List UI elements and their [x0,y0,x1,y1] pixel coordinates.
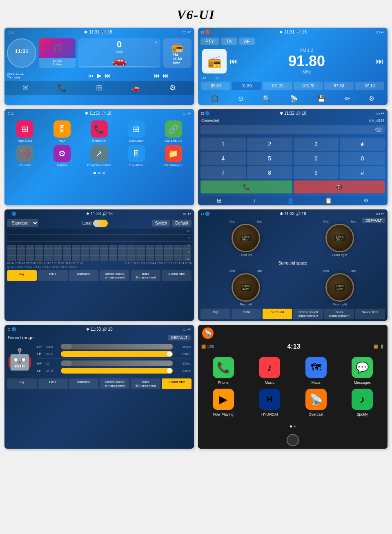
dial-5[interactable]: 5 [247,152,292,165]
music-phone-icon[interactable]: ♪ [253,197,256,204]
cp-messages-app[interactable]: 💬 Messages [341,357,384,385]
save-icon[interactable]: 💾 [317,95,325,102]
preset-5[interactable]: 87.80 [324,82,353,90]
cp-music-app[interactable]: ♪ Music [249,357,291,385]
music-widget[interactable]: 🎵 Songs Author [39,38,76,68]
signal-icon[interactable]: 📡 [290,95,298,102]
edit-icon[interactable]: ✏ [345,95,350,102]
knob-rear-left[interactable]: 1.0ms32cm [232,273,260,302]
preset-3[interactable]: 101.20 [263,82,292,90]
end-call-button[interactable]: 📵 [294,180,385,194]
dial-8[interactable]: 8 [247,166,292,179]
eq-tab-stereo[interactable]: Stereo sound enhancement [100,270,129,281]
settings-nav-icon[interactable]: ⚙ [169,83,176,92]
dial-star[interactable]: ★ [340,138,385,151]
toggle-icon[interactable]: ⊙ [238,95,243,102]
default-button[interactable]: Default [172,220,192,227]
eq-tab-field[interactable]: Field [38,270,68,281]
headphone-icon[interactable]: 🎧 [211,95,219,102]
call-button[interactable]: 📞 [200,180,292,194]
eq-bar-7[interactable] [63,245,71,261]
surround-tab-bass[interactable]: Bass Enhancement [324,309,354,319]
radio-widget[interactable]: 📻 FM91.80MHz [163,38,192,68]
eq-bar-1[interactable] [7,245,16,261]
eq-bar-3[interactable] [26,245,34,261]
eq-bar-8[interactable] [72,245,80,261]
sound-default-button[interactable]: DEFAULT [168,335,191,340]
history-icon[interactable]: 📋 [325,197,332,204]
eq-bar-9[interactable] [81,245,90,261]
surround-tab-field[interactable]: Field [232,309,261,319]
dial-1[interactable]: 1 [200,138,246,151]
cp-overcast-app[interactable]: 📡 Overcast [295,389,337,416]
surround-tab-eq[interactable]: EQ [200,309,230,319]
cp-maps-app[interactable]: 🗺 Maps [295,357,337,385]
eq-bar-19[interactable] [174,245,182,261]
surround-tab-stereo[interactable]: Stereo sound enhancement [293,309,323,319]
app-appstore[interactable]: ⊞ App Store [8,120,42,142]
carplay-home-button[interactable] [287,434,299,446]
sr-tab-field[interactable]: Field [38,378,68,389]
ta-button[interactable]: TA [221,38,236,45]
knob-front-right[interactable]: 1.0ms32cm [325,224,354,252]
toggle-track[interactable] [93,220,108,227]
contacts-icon[interactable]: 👤 [287,197,294,204]
dial-3[interactable]: 3 [294,138,339,151]
radio-prev-button[interactable]: ⏮ [154,72,160,79]
cp-hyundai-app[interactable]: H HYUNDAI [249,389,291,416]
sr-tab-eq[interactable]: EQ [7,378,37,389]
preset-6[interactable]: 97.10 [355,82,384,90]
eq-bar-14[interactable] [127,245,136,261]
eq-bar-18[interactable] [164,245,173,261]
eq-bar-10[interactable] [90,245,99,261]
search-icon[interactable]: 🔍 [263,95,271,102]
next-button[interactable]: ⏭ [105,72,111,79]
eq-bar-15[interactable] [136,245,145,261]
hp-slider-1[interactable] [61,344,173,349]
phone-nav-icon[interactable]: 📞 [58,83,67,92]
eq-bar-20[interactable] [183,245,191,261]
radio-next-btn[interactable]: ⏭ [376,57,383,66]
cp-nowplaying-app[interactable]: ▶ Now Playing [202,389,245,416]
eq-tab-eq[interactable]: EQ [7,270,37,281]
app-carlink[interactable]: 🔗 Car Link 2.0 [156,120,191,142]
preset-1[interactable]: 89.80 [201,82,230,90]
backspace-icon[interactable]: ⌫ [375,127,382,133]
app-bluetooth[interactable]: 📞 Bluetooth [82,120,117,142]
app-easyconnection[interactable]: ↗ EasyConnection [82,145,117,167]
cp-spotify-app[interactable]: ♪ Spotify [341,389,384,416]
dial-9[interactable]: 9 [294,166,339,179]
car-nav-icon[interactable]: 🚗 [131,83,140,92]
app-filemanager[interactable]: 📁 FileManager [156,145,191,167]
eq-tab-surround[interactable]: Surround [69,270,99,281]
app-calculator[interactable]: ⊞ Calculator [119,120,154,142]
eq-bar-13[interactable] [118,245,127,261]
eq-tab-filter[interactable]: Sound filter [162,270,192,281]
dialpad-icon[interactable]: ⊞ [217,197,222,204]
surround-tab-surround[interactable]: Surround [263,309,292,319]
pty-button[interactable]: PTY [200,38,219,45]
dial-0[interactable]: 0 [340,152,385,165]
switch-button[interactable]: Switch [152,220,170,227]
sr-tab-stereo[interactable]: Stereo sound enhancement [100,378,129,389]
sr-tab-filter[interactable]: Sound filter [162,378,192,389]
eq-bar-4[interactable] [35,245,44,261]
eq-preset-select[interactable]: Standard Rock Pop Jazz [7,219,38,227]
eq-bar-11[interactable] [100,245,108,261]
radio-next-button[interactable]: ⏭ [163,72,169,79]
cp-phone-app[interactable]: 📞 Phone [202,357,245,385]
app-equalizer[interactable]: 🎚 Equalizer [119,145,154,167]
apps-nav-icon[interactable]: ⊞ [96,83,102,92]
eq-bar-6[interactable] [53,245,62,261]
app-chrome[interactable]: 🚫 Chrome [8,145,42,167]
knob-front-left[interactable]: 1.0ms68cm [232,224,260,252]
eq-bar-2[interactable] [17,245,25,261]
hp-slider-2[interactable] [61,360,173,366]
knob-rear-right[interactable]: 0.0ms10cm [325,273,354,302]
app-aux[interactable]: 🎛 AUX [45,120,80,142]
settings-phone-icon[interactable]: ⚙ [363,197,369,204]
eq-bar-16[interactable] [146,245,154,261]
eq-bar-12[interactable] [109,245,118,261]
play-button[interactable]: ▶ [97,72,102,79]
sr-tab-bass[interactable]: Bass Enhancement [131,378,160,389]
